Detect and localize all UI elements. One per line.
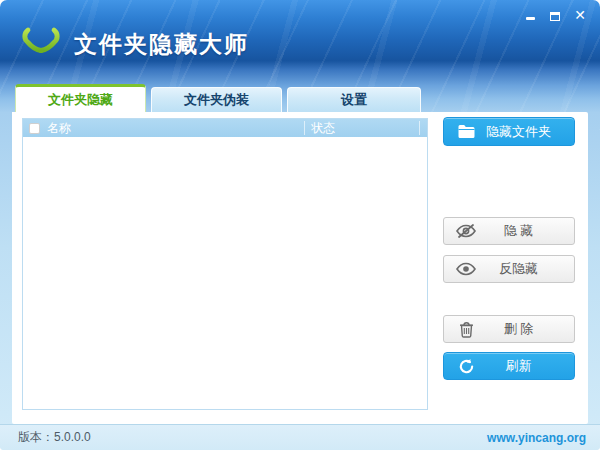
unhide-label: 反隐藏	[477, 260, 574, 278]
column-separator	[304, 121, 305, 135]
tab-label: 文件夹伪装	[184, 91, 249, 109]
column-header-name: 名称	[47, 120, 71, 137]
maximize-icon	[550, 12, 560, 21]
tab-folder-disguise[interactable]: 文件夹伪装	[151, 87, 282, 112]
trash-icon	[455, 318, 477, 340]
app-title: 文件夹隐藏大师	[74, 29, 249, 60]
version-text: 版本：5.0.0.0	[18, 429, 91, 446]
list-body[interactable]	[23, 137, 427, 409]
select-all-checkbox[interactable]	[29, 123, 40, 134]
column-header-status: 状态	[311, 120, 335, 137]
refresh-icon	[455, 355, 477, 377]
maximize-button[interactable]	[547, 6, 563, 24]
minimize-icon	[526, 17, 535, 20]
folder-list: 名称 状态	[22, 118, 428, 410]
status-bar: 版本：5.0.0.0 www.yincang.org	[0, 424, 600, 450]
app-window: 文件夹隐藏大师 ✕ 文件夹隐藏 文件夹伪装 设置 名称 状态	[0, 0, 600, 450]
tab-label: 文件夹隐藏	[48, 91, 113, 109]
hide-label: 隐 藏	[477, 222, 574, 240]
refresh-button[interactable]: 刷新	[443, 352, 575, 380]
column-separator	[419, 121, 420, 135]
delete-button[interactable]: 删 除	[443, 315, 575, 343]
list-header: 名称 状态	[23, 119, 427, 137]
hide-button[interactable]: 隐 藏	[443, 217, 575, 245]
refresh-label: 刷新	[477, 357, 574, 375]
minimize-button[interactable]	[522, 6, 538, 24]
tab-settings[interactable]: 设置	[287, 87, 421, 112]
website-link[interactable]: www.yincang.org	[487, 431, 586, 445]
close-button[interactable]: ✕	[572, 6, 588, 24]
tab-label: 设置	[341, 91, 367, 109]
tab-folder-hide[interactable]: 文件夹隐藏	[15, 84, 146, 112]
folder-icon	[455, 121, 477, 143]
window-controls: ✕	[522, 6, 588, 24]
delete-label: 删 除	[477, 320, 574, 338]
close-icon: ✕	[574, 6, 586, 24]
hide-folder-button[interactable]: 隐藏文件夹	[443, 117, 575, 146]
tab-bar: 文件夹隐藏 文件夹伪装 设置	[15, 84, 435, 112]
hide-folder-label: 隐藏文件夹	[477, 123, 574, 141]
eye-slash-icon	[455, 220, 477, 242]
app-logo-icon	[20, 26, 62, 62]
titlebar: 文件夹隐藏大师 ✕	[0, 0, 600, 62]
unhide-button[interactable]: 反隐藏	[443, 255, 575, 283]
eye-icon	[455, 258, 477, 280]
